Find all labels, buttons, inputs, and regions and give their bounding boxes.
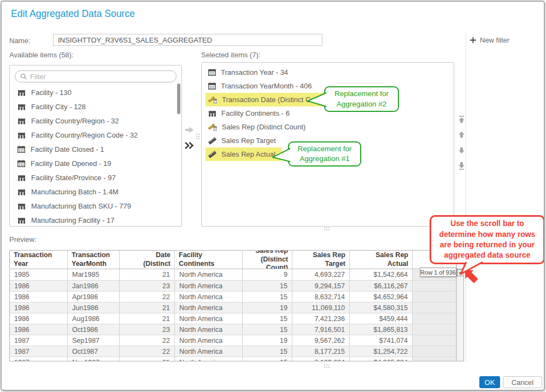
category-icon: [17, 188, 26, 195]
selected-item[interactable]: Sales Rep (Distinct Count): [202, 120, 454, 134]
table-cell: North America: [175, 324, 243, 335]
table-cell: North America: [175, 357, 243, 361]
table-cell: [413, 357, 456, 361]
preview-label: Preview:: [9, 235, 37, 243]
table-cell: 1987: [10, 346, 68, 357]
table-cell: [413, 324, 456, 335]
name-input[interactable]: [53, 34, 322, 46]
measure-icon: [208, 137, 216, 145]
column-header: Sales Rep Target: [292, 251, 350, 269]
item-label: Manufacturing Facility - 17: [31, 216, 114, 224]
move-down-button[interactable]: [457, 146, 466, 155]
filter-input[interactable]: [30, 73, 176, 81]
category-icon: [17, 203, 26, 210]
table-cell: North America: [175, 313, 243, 324]
table-cell: $459,444: [350, 313, 413, 324]
selected-item[interactable]: Sales Rep Actual: [206, 147, 282, 161]
search-icon: [20, 73, 27, 80]
cancel-button[interactable]: Cancel: [503, 376, 542, 388]
item-label: Transaction Date (Distinct Count): [222, 96, 327, 104]
table-cell: North America: [175, 302, 243, 313]
annotation-replacement-aggregation-1: Replacement for Aggregation #1: [288, 141, 361, 167]
column-header: Facility Continents: [175, 251, 243, 269]
selected-item[interactable]: Transaction Date (Distinct Count): [206, 93, 333, 106]
table-cell: 1985: [10, 269, 68, 280]
available-item[interactable]: Facility City - 128: [10, 99, 176, 114]
calendar-icon: [208, 69, 216, 76]
table-cell: 22: [120, 292, 175, 302]
ok-button[interactable]: OK: [479, 376, 500, 388]
calendar-icon: [17, 146, 25, 153]
available-item[interactable]: Manufacturing Facility - 17: [10, 213, 176, 227]
table-cell: 1987: [10, 357, 68, 361]
table-cell: 11,069,110: [292, 302, 350, 313]
table-cell: 8,129,624: [292, 357, 350, 361]
column-header: Sales Rep Actual: [350, 251, 413, 269]
filter-field[interactable]: [15, 70, 177, 82]
table-cell: 8,177,215: [292, 346, 350, 357]
table-cell: 1986: [10, 313, 68, 324]
table-row: 1986Apr198622North America158,632,714$4,…: [10, 291, 456, 302]
table-row: 1986Oct198623North America157,916,501$1,…: [10, 324, 456, 335]
table-row: 1986Jan198623North America159,294,157$6,…: [10, 280, 456, 291]
table-row: 1986Jun198621North America1911,069,110$4…: [10, 302, 456, 313]
table-row: 1986Aug198621North America157,421,236$45…: [10, 313, 456, 324]
available-item[interactable]: Facility State/Province - 97: [10, 170, 176, 185]
table-cell: 22: [120, 346, 175, 357]
available-item[interactable]: Manufacturing Batch - 1.4M: [10, 185, 176, 199]
available-item[interactable]: Facility - 130: [10, 85, 176, 99]
measure-icon: [208, 151, 216, 158]
available-items-panel: Facility - 130Facility City - 128Facilit…: [9, 65, 182, 227]
table-cell: [413, 302, 456, 313]
table-row: 1985Mar198521North America94,693,227$1,5…: [10, 269, 456, 280]
table-row: 1987Oct198722North America158,177,215$1,…: [10, 346, 456, 357]
move-up-button[interactable]: [457, 130, 466, 139]
column-header: Sales Rep (Distinct Count): [243, 251, 292, 269]
table-cell: 8,632,714: [292, 292, 350, 302]
move-to-bottom-button[interactable]: [457, 162, 466, 170]
table-cell: [413, 335, 456, 346]
table-cell: 19: [243, 335, 292, 346]
preview-table-scrollbar[interactable]: [456, 251, 464, 361]
table-row: 1987Sep198722North America199,567,262$74…: [10, 335, 456, 346]
table-cell: Aug1986: [68, 313, 120, 324]
table-cell: 15: [243, 324, 292, 335]
table-cell: 15: [243, 281, 292, 291]
available-item[interactable]: Facility Country/Region Code - 32: [10, 128, 176, 142]
item-label: Facility Continents - 6: [221, 109, 290, 117]
table-cell: 22: [120, 335, 175, 346]
available-item[interactable]: Facility Country/Region - 32: [10, 114, 176, 128]
new-filter-label: New filter: [480, 36, 509, 44]
table-cell: 9: [243, 269, 292, 280]
category-icon: [17, 117, 26, 124]
preview-table: Transaction YearTransaction YearMonthTra…: [9, 250, 464, 361]
available-item[interactable]: Facility Date Opened - 19: [10, 156, 176, 170]
table-cell: 19: [243, 302, 292, 313]
available-items-label: Available items (58):: [9, 51, 74, 59]
selected-item[interactable]: Transaction Year - 34: [202, 66, 454, 79]
filters-panel-divider: [466, 33, 466, 361]
scrollbar-thumb[interactable]: [457, 269, 464, 276]
table-cell: 1987: [10, 335, 68, 346]
column-header: Transaction Date (Distinct Count): [120, 251, 175, 269]
new-filter-button[interactable]: New filter: [470, 36, 509, 44]
category-icon: [17, 103, 26, 110]
available-list-scrollbar[interactable]: [177, 84, 180, 114]
calendar-icon: [208, 82, 216, 90]
table-cell: Sep1987: [68, 335, 120, 346]
name-label: Name:: [9, 37, 30, 45]
move-selected-right-button[interactable]: [184, 125, 196, 135]
table-cell: 15: [243, 357, 292, 361]
table-cell: 9,294,157: [292, 281, 350, 291]
available-item[interactable]: Facility Date Closed - 1: [10, 142, 176, 156]
table-cell: [413, 292, 456, 302]
table-cell: 21: [120, 302, 175, 313]
table-cell: North America: [175, 281, 243, 291]
table-cell: 15: [243, 313, 292, 324]
move-all-right-button[interactable]: [183, 140, 195, 150]
item-label: Facility City - 128: [31, 103, 86, 111]
column-header: Transaction Year: [10, 251, 68, 269]
move-to-top-button[interactable]: [457, 115, 466, 123]
available-item[interactable]: Manufacturing Batch SKU - 779: [10, 199, 176, 213]
category-icon: [17, 174, 26, 181]
